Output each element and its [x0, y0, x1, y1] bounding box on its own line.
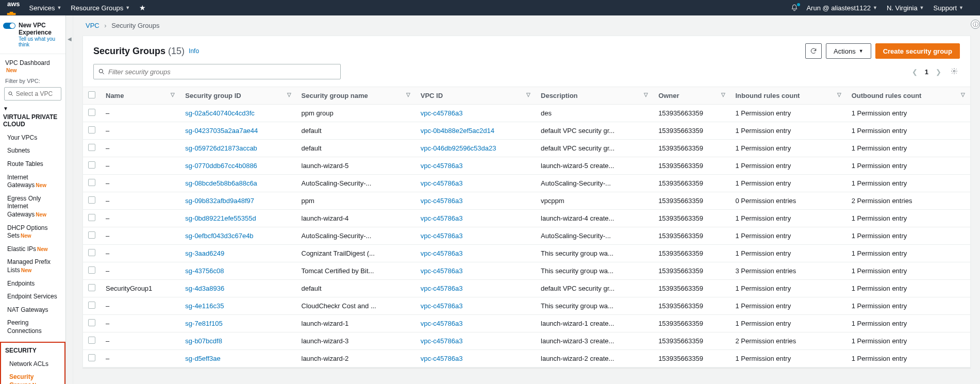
sgid-link[interactable]: sg-0efbcf043d3c67e4b	[185, 232, 253, 240]
table-row[interactable]: –sg-0770ddb67cc4b0886launch-wizard-5vpc-…	[83, 157, 970, 175]
table-row[interactable]: –sg-7e81f105launch-wizard-1vpc-c45786a3l…	[83, 315, 970, 332]
new-vpc-experience-toggle[interactable]: New VPC Experience Tell us what you thin…	[3, 20, 62, 52]
vpc-link[interactable]: vpc-c45786a3	[421, 320, 463, 327]
col-sgname[interactable]: Security group name▽	[296, 87, 416, 105]
sidebar-item[interactable]: Your VPCs	[3, 131, 62, 145]
create-security-group-button[interactable]: Create security group	[875, 43, 960, 59]
sidebar-item[interactable]: Subnets	[3, 144, 62, 158]
row-checkbox[interactable]	[88, 179, 95, 186]
actions-button[interactable]: Actions ▼	[826, 43, 871, 59]
vpc-link[interactable]: vpc-c45786a3	[421, 232, 463, 240]
table-row[interactable]: –sg-08bcde5b8b6a88c6aAutoScaling-Securit…	[83, 175, 970, 192]
sidebar-vpc-dashboard[interactable]: VPC Dashboard New	[3, 56, 62, 77]
row-checkbox[interactable]	[88, 144, 95, 151]
page-prev-icon[interactable]: ❮	[910, 66, 920, 78]
col-name[interactable]: Name▽	[101, 87, 180, 105]
table-row[interactable]: –sg-02a5c40740c4cd3fcppm groupvpc-c45786…	[83, 105, 970, 122]
refresh-button[interactable]	[805, 43, 822, 59]
table-row[interactable]: –sg-43756c08Tomcat Certified by Bit...vp…	[83, 262, 970, 280]
table-row[interactable]: –sg-0efbcf043d3c67e4bAutoScaling-Securit…	[83, 227, 970, 245]
sidebar-item[interactable]: Internet GatewaysNew	[3, 171, 62, 192]
nav-account[interactable]: Arun @ aliastest1122 ▼	[806, 4, 877, 12]
filter-security-groups[interactable]	[93, 64, 341, 79]
col-outbound[interactable]: Outbound rules count▽	[846, 87, 970, 105]
sgid-link[interactable]: sg-7e81f105	[185, 320, 222, 327]
col-inbound[interactable]: Inbound rules count▽	[730, 87, 846, 105]
row-checkbox[interactable]	[88, 196, 95, 204]
table-row[interactable]: –sg-b07bcdf8launch-wizard-3vpc-c45786a3l…	[83, 332, 970, 350]
notifications-icon[interactable]	[791, 4, 798, 11]
row-checkbox[interactable]	[88, 161, 95, 169]
sgid-link[interactable]: sg-4e116c35	[185, 302, 224, 310]
breadcrumb-vpc[interactable]: VPC	[86, 22, 99, 29]
sgid-link[interactable]: sg-b07bcdf8	[185, 337, 222, 345]
nav-resource-groups[interactable]: Resource Groups ▼	[71, 4, 130, 12]
sgid-link[interactable]: sg-059726d21873accab	[185, 144, 257, 152]
aws-logo[interactable]: aws ▃▅▃	[7, 0, 20, 15]
vpc-link[interactable]: vpc-c45786a3	[421, 214, 463, 222]
sidebar-item[interactable]: NAT Gateways	[3, 304, 62, 317]
row-checkbox[interactable]	[88, 231, 95, 239]
row-checkbox[interactable]	[88, 354, 95, 361]
vpc-link[interactable]: vpc-c45786a3	[421, 249, 463, 257]
sidebar-item[interactable]: Endpoint Services	[3, 290, 62, 304]
table-row[interactable]: SecurityGroup1sg-4d3a8936defaultvpc-c457…	[83, 280, 970, 297]
sgid-link[interactable]: sg-0770ddb67cc4b0886	[185, 162, 257, 170]
col-owner[interactable]: Owner▽	[653, 87, 730, 105]
vpc-link[interactable]: vpc-c45786a3	[421, 197, 463, 205]
nav-services[interactable]: Services ▼	[29, 4, 62, 12]
sgid-link[interactable]: sg-43756c08	[185, 267, 224, 275]
table-row[interactable]: –sg-09b832afbd9a48f97ppmvpc-c45786a3vpcp…	[83, 192, 970, 210]
vpc-link[interactable]: vpc-c45786a3	[421, 179, 463, 187]
filter-vpc-select[interactable]	[4, 87, 61, 101]
vpc-link[interactable]: vpc-c45786a3	[421, 267, 463, 275]
settings-gear-icon[interactable]	[949, 65, 960, 78]
sidebar-item[interactable]: Security GroupsNew	[5, 371, 60, 384]
sgid-link[interactable]: sg-04237035a2aa7ae44	[185, 127, 258, 135]
row-checkbox[interactable]	[88, 319, 95, 326]
vpc-link[interactable]: vpc-0b4b88e2ef5ac2d14	[421, 127, 494, 135]
row-checkbox[interactable]	[88, 266, 95, 274]
table-row[interactable]: –sg-4e116c35CloudCheckr Cost and ...vpc-…	[83, 297, 970, 315]
info-panel-toggle[interactable]: ⓘ	[971, 20, 980, 29]
row-checkbox[interactable]	[88, 214, 95, 221]
col-desc[interactable]: Description▽	[536, 87, 653, 105]
page-next-icon[interactable]: ❯	[934, 66, 943, 78]
row-checkbox[interactable]	[88, 126, 95, 133]
row-checkbox[interactable]	[88, 302, 95, 309]
sgid-link[interactable]: sg-09b832afbd9a48f97	[185, 197, 254, 205]
info-link[interactable]: Info	[189, 47, 199, 55]
sidebar-item[interactable]: Endpoints	[3, 277, 62, 291]
sgid-link[interactable]: sg-4d3a8936	[185, 285, 224, 292]
table-row[interactable]: –sg-059726d21873accabdefaultvpc-046db925…	[83, 140, 970, 157]
table-row[interactable]: –sg-0bd89221efe55355dlaunch-wizard-4vpc-…	[83, 210, 970, 227]
sidebar-item[interactable]: Network ACLs	[5, 358, 60, 371]
sgid-link[interactable]: sg-d5eff3ae	[185, 355, 220, 362]
row-checkbox[interactable]	[88, 337, 95, 344]
row-checkbox[interactable]	[88, 249, 95, 256]
sidebar-collapse-handle[interactable]: ◀	[66, 15, 73, 384]
table-row[interactable]: –sg-04237035a2aa7ae44defaultvpc-0b4b88e2…	[83, 122, 970, 140]
row-checkbox[interactable]	[88, 284, 95, 291]
sidebar-item[interactable]: Egress Only Internet GatewaysNew	[3, 192, 62, 222]
sgid-link[interactable]: sg-3aad6249	[185, 249, 224, 257]
sidebar-item[interactable]: Route Tables	[3, 158, 62, 171]
sidebar-item[interactable]: Elastic IPsNew	[3, 243, 62, 256]
vpc-link[interactable]: vpc-c45786a3	[421, 285, 463, 292]
section-caret-icon[interactable]: ▼	[3, 106, 62, 112]
tell-us-link[interactable]: Tell us what you think	[19, 36, 55, 47]
toggle-switch-icon[interactable]	[3, 23, 15, 29]
col-vpc[interactable]: VPC ID▽	[416, 87, 536, 105]
vpc-link[interactable]: vpc-c45786a3	[421, 337, 463, 345]
filter-vpc-input[interactable]	[16, 90, 58, 97]
sgid-link[interactable]: sg-0bd89221efe55355d	[185, 214, 256, 222]
select-all-checkbox[interactable]	[88, 91, 95, 98]
vpc-link[interactable]: vpc-046db92596c53da23	[421, 144, 496, 152]
table-row[interactable]: –sg-d5eff3aelaunch-wizard-2vpc-c45786a3l…	[83, 350, 970, 368]
sgid-link[interactable]: sg-02a5c40740c4cd3fc	[185, 109, 254, 117]
row-checkbox[interactable]	[88, 109, 95, 116]
vpc-link[interactable]: vpc-c45786a3	[421, 302, 463, 310]
sidebar-item[interactable]: DHCP Options SetsNew	[3, 222, 62, 243]
nav-support[interactable]: Support ▼	[934, 4, 964, 12]
sgid-link[interactable]: sg-08bcde5b8b6a88c6a	[185, 179, 257, 187]
